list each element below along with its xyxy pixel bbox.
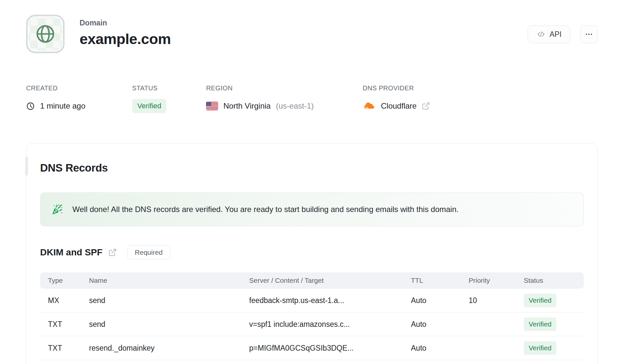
- cell-ttl: Auto: [411, 296, 469, 305]
- external-link-icon[interactable]: [422, 102, 430, 110]
- verified-badge: Verified: [524, 294, 556, 307]
- api-button-label: API: [550, 30, 562, 39]
- cell-ttl: Auto: [411, 320, 469, 329]
- dkim-spf-title: DKIM and SPF: [40, 247, 102, 258]
- external-link-icon[interactable]: [108, 248, 117, 257]
- page-title: example.com: [80, 31, 171, 48]
- party-popper-icon: [52, 204, 63, 215]
- cell-ttl: Auto: [411, 344, 469, 353]
- table-header: Type Name Server / Content / Target TTL …: [40, 272, 584, 289]
- meta-created: CREATED 1 minute ago: [26, 84, 132, 113]
- col-header-status: Status: [524, 277, 584, 284]
- domain-meta: CREATED 1 minute ago STATUS Verified REG…: [26, 84, 598, 113]
- cell-name: send: [89, 320, 249, 329]
- col-header-ttl: TTL: [411, 277, 469, 284]
- dns-records-table: Type Name Server / Content / Target TTL …: [40, 272, 584, 360]
- us-flag-icon: [206, 102, 218, 110]
- required-badge: Required: [127, 245, 170, 259]
- cell-priority: 10: [469, 296, 524, 305]
- dns-records-card: DNS Records Well done! All the DNS recor…: [26, 143, 598, 364]
- region-code: (us-east-1): [276, 101, 314, 111]
- cell-type: MX: [48, 296, 89, 305]
- table-row[interactable]: MX send feedback-smtp.us-east-1.a... Aut…: [40, 289, 584, 312]
- success-banner: Well done! All the DNS records are verif…: [40, 192, 584, 226]
- more-options-button[interactable]: [580, 25, 598, 43]
- status-badge: Verified: [132, 99, 166, 113]
- region-value: North Virginia: [223, 101, 271, 111]
- verified-badge: Verified: [524, 341, 556, 355]
- table-row[interactable]: TXT send v=spf1 include:amazonses.c... A…: [40, 312, 584, 336]
- verified-badge: Verified: [524, 317, 556, 331]
- region-label: REGION: [206, 84, 363, 92]
- cell-content: feedback-smtp.us-east-1.a...: [249, 296, 411, 305]
- meta-dns-provider: DNS PROVIDER Cloudflare: [363, 84, 430, 113]
- domain-avatar: [26, 15, 65, 53]
- dns-records-title: DNS Records: [40, 162, 584, 174]
- ellipsis-icon: [585, 30, 593, 38]
- col-header-priority: Priority: [469, 277, 524, 284]
- page-header: Domain example.com API: [26, 15, 598, 53]
- col-header-content: Server / Content / Target: [249, 277, 411, 284]
- code-icon: [536, 30, 546, 39]
- clock-icon: [26, 102, 35, 111]
- cell-name: resend._domainkey: [89, 344, 249, 353]
- cell-name: send: [89, 296, 249, 305]
- cell-content: v=spf1 include:amazonses.c...: [249, 320, 411, 329]
- scrollbar-thumb[interactable]: [25, 157, 28, 175]
- banner-text: Well done! All the DNS records are verif…: [72, 205, 459, 214]
- cloudflare-icon: [363, 102, 376, 111]
- cell-type: TXT: [48, 320, 89, 329]
- meta-status: STATUS Verified: [132, 84, 206, 113]
- globe-icon: [35, 23, 56, 45]
- cell-type: TXT: [48, 344, 89, 353]
- dns-provider-label: DNS PROVIDER: [363, 84, 430, 92]
- api-button[interactable]: API: [528, 25, 570, 43]
- table-row[interactable]: TXT resend._domainkey p=MIGfMA0GCSqGSIb3…: [40, 336, 584, 360]
- dns-provider-value: Cloudflare: [381, 101, 416, 111]
- status-label: STATUS: [132, 84, 206, 92]
- page-eyebrow: Domain: [80, 19, 171, 27]
- col-header-name: Name: [89, 277, 249, 284]
- meta-region: REGION: [206, 84, 363, 113]
- created-label: CREATED: [26, 84, 132, 92]
- created-value: 1 minute ago: [40, 101, 85, 111]
- dkim-spf-section-header: DKIM and SPF Required: [40, 245, 584, 259]
- cell-content: p=MIGfMA0GCSqGSIb3DQE...: [249, 344, 411, 353]
- col-header-type: Type: [48, 277, 89, 284]
